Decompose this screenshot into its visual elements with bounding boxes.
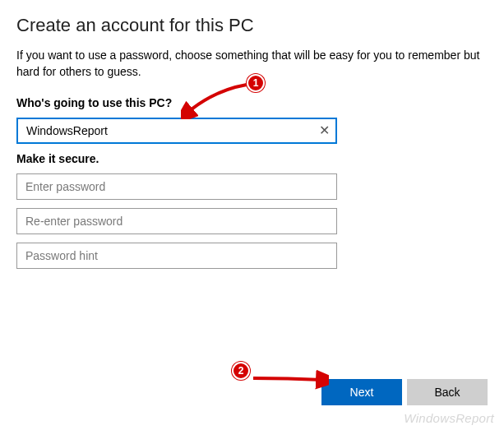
dialog-buttons: Next Back: [321, 379, 488, 405]
back-button[interactable]: Back: [407, 379, 488, 405]
watermark-text: WindowsReport: [404, 411, 494, 425]
clear-input-icon[interactable]: ✕: [317, 124, 331, 137]
password-section-label: Make it secure.: [16, 152, 488, 165]
password-confirm-input[interactable]: [16, 208, 337, 234]
annotation-badge-2: 2: [232, 362, 250, 380]
password-hint-input[interactable]: [16, 243, 337, 269]
page-title: Create an account for this PC: [16, 15, 488, 36]
instructions-text: If you want to use a password, choose so…: [16, 48, 485, 80]
username-input[interactable]: [16, 118, 337, 144]
badge-2-label: 2: [232, 362, 250, 380]
password-input[interactable]: [16, 173, 337, 200]
username-section-label: Who's going to use this PC?: [16, 96, 488, 109]
next-button[interactable]: Next: [321, 379, 402, 405]
